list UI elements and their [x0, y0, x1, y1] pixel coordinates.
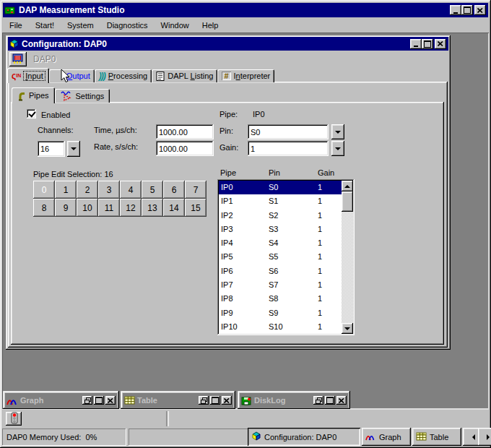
stop-button[interactable]: [6, 412, 22, 426]
pipe-list-row-IP9[interactable]: IP9S91: [219, 306, 342, 320]
pipe-edit-cell-3[interactable]: 3: [98, 181, 120, 199]
pipe-list-row-IP1[interactable]: IP1S11: [219, 194, 342, 208]
arrow-right-icon: [487, 434, 490, 440]
maximize-button[interactable]: [94, 396, 104, 405]
scroll-up-button[interactable]: [342, 181, 353, 191]
minimized-titlebar-table[interactable]: Table: [123, 393, 233, 408]
pipe-list-row-IP10[interactable]: IP10S101: [219, 320, 342, 334]
scroll-down-button[interactable]: [342, 323, 353, 334]
pipe-edit-cell-5[interactable]: 5: [142, 181, 163, 199]
close-button[interactable]: [336, 396, 347, 405]
taskbar-scroll-right-button[interactable]: [478, 428, 491, 446]
tab-pipes[interactable]: Pipes: [12, 87, 55, 103]
taskbar-button-graph[interactable]: Graph: [362, 428, 411, 446]
pipe-edit-cell-11[interactable]: 11: [98, 199, 120, 217]
graph-icon: [365, 432, 376, 442]
pipe-edit-cell-2[interactable]: 2: [77, 181, 98, 199]
menu-system[interactable]: System: [61, 20, 100, 31]
pipe-edit-cell-4[interactable]: 4: [120, 181, 142, 199]
tab-processing[interactable]: ))) Processing: [95, 69, 152, 82]
channels-label: Channels:: [38, 126, 74, 134]
minimize-button[interactable]: [410, 39, 422, 49]
menu-bar: File Start! System Diagnostics Window He…: [3, 18, 488, 32]
close-button[interactable]: [105, 396, 116, 405]
menu-diagnostics[interactable]: Diagnostics: [100, 20, 155, 31]
list-header-pin: Pin: [269, 168, 280, 177]
pipe-edit-cell-7[interactable]: 7: [185, 181, 207, 199]
dap0-device-button[interactable]: [9, 52, 27, 66]
bottom-toolbar: [2, 409, 489, 428]
maximize-button[interactable]: [461, 5, 473, 15]
gain-combo-input[interactable]: [248, 141, 329, 156]
pipe-edit-cell-0[interactable]: 0: [33, 181, 55, 199]
config-title: Configuration: DAP0: [22, 39, 107, 49]
pin-dropdown-button[interactable]: [331, 124, 344, 139]
restore-button[interactable]: [313, 396, 323, 405]
processing-icon: ))): [99, 71, 105, 81]
settings-icon: [61, 90, 73, 101]
scrollbar-thumb[interactable]: [342, 191, 353, 212]
restore-button[interactable]: [199, 396, 209, 405]
arrow-left-icon: [472, 434, 475, 440]
minimized-titlebar-graph[interactable]: Graph: [5, 393, 117, 408]
pipe-list-row-IP7[interactable]: IP7S71: [219, 278, 342, 292]
time-input[interactable]: [156, 124, 214, 139]
taskbar-button-table[interactable]: Table: [412, 428, 461, 446]
maximize-button[interactable]: [210, 396, 220, 405]
maximize-button[interactable]: [422, 39, 433, 49]
pipe-list-row-IP5[interactable]: IP5S51: [219, 250, 342, 264]
pipe-edit-cell-9[interactable]: 9: [55, 199, 77, 217]
pipe-edit-cell-13[interactable]: 13: [142, 199, 163, 217]
pipe-edit-cell-15[interactable]: 15: [185, 199, 207, 217]
tab-dapl-listing-label: DAPL Listing: [168, 72, 213, 80]
pipe-list-row-IP6[interactable]: IP6S61: [219, 264, 342, 278]
tab-dapl-listing[interactable]: DAPL Listing: [152, 69, 217, 82]
table-icon: [416, 432, 427, 442]
minimized-titlebar-disklog[interactable]: DiskLog: [240, 393, 348, 408]
minimized-title: Graph: [20, 396, 43, 405]
mdi-area: Configuration: DAP0 DAP0 ςIN: [2, 33, 489, 409]
menu-start[interactable]: Start!: [29, 20, 61, 31]
app-titlebar[interactable]: DAP Measurement Studio: [3, 3, 488, 17]
tab-settings[interactable]: Settings: [55, 89, 110, 103]
rate-input[interactable]: [156, 141, 214, 156]
close-button[interactable]: [435, 39, 446, 49]
pipe-list-row-IP2[interactable]: IP2S21: [219, 209, 342, 223]
restore-button[interactable]: [82, 396, 92, 405]
pipe-edit-cell-12[interactable]: 12: [120, 199, 142, 217]
menu-help[interactable]: Help: [196, 20, 225, 31]
taskbar-button-configuration[interactable]: Configuration: DAP0: [248, 428, 360, 446]
config-window-icon: [251, 431, 261, 442]
pipe-list-row-IP3[interactable]: IP3S31: [219, 223, 342, 236]
pipe-edit-cell-8[interactable]: 8: [33, 199, 55, 217]
tab-output[interactable]: Output: [49, 69, 95, 82]
vertical-scrollbar[interactable]: [342, 181, 353, 334]
tab-input[interactable]: ςIN Input: [7, 68, 49, 83]
menu-window[interactable]: Window: [155, 20, 196, 31]
table-icon: [124, 396, 135, 405]
tab-interpreter[interactable]: # Interpreter: [217, 69, 274, 82]
config-toolbar: DAP0: [8, 51, 448, 67]
channels-dropdown-button[interactable]: [67, 141, 80, 157]
gain-dropdown-button[interactable]: [331, 141, 344, 156]
pipe-edit-cell-14[interactable]: 14: [163, 199, 185, 217]
list-header-pipe: Pipe: [220, 168, 236, 177]
pipe-list-row-IP0[interactable]: IP0S01: [219, 181, 342, 194]
enabled-checkbox[interactable]: [27, 109, 36, 119]
close-button[interactable]: [474, 5, 486, 15]
channels-combo-input[interactable]: [38, 141, 65, 157]
interpreter-icon: #: [222, 72, 230, 80]
pipe-edit-cell-10[interactable]: 10: [77, 199, 98, 217]
stoplight-icon: [10, 412, 18, 426]
config-titlebar[interactable]: Configuration: DAP0: [8, 37, 448, 51]
disklog-icon: [241, 396, 252, 405]
pipe-list-row-IP4[interactable]: IP4S41: [219, 236, 342, 250]
close-button[interactable]: [222, 396, 232, 405]
menu-file[interactable]: File: [3, 20, 29, 31]
pipe-list-row-IP8[interactable]: IP8S81: [219, 292, 342, 306]
pipe-edit-cell-1[interactable]: 1: [55, 181, 77, 199]
minimize-button[interactable]: [450, 5, 461, 15]
maximize-button[interactable]: [325, 396, 335, 405]
pipe-edit-cell-6[interactable]: 6: [163, 181, 185, 199]
pin-combo-input[interactable]: [248, 124, 329, 139]
